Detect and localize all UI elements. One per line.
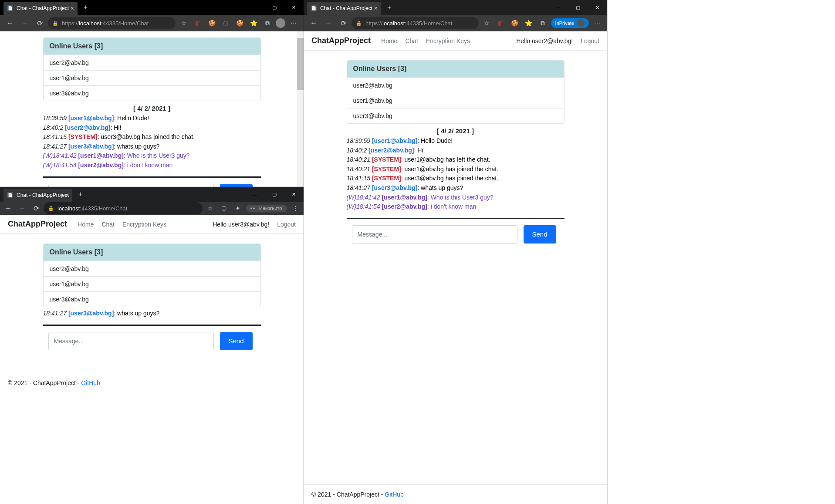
nav-encryption-keys[interactable]: Encryption Keys: [122, 221, 166, 228]
logout-link[interactable]: Logout: [277, 221, 296, 228]
refresh-button[interactable]: ⟳: [30, 202, 43, 215]
brand[interactable]: ChatAppProject: [8, 220, 67, 229]
collections-icon[interactable]: ⧉: [262, 17, 273, 29]
message-input[interactable]: [48, 184, 214, 187]
new-tab-button[interactable]: +: [80, 3, 91, 11]
more-icon[interactable]: ⋮: [290, 203, 301, 214]
message-list: 18:41:27 [user3@abv.bg]: whats up guys?: [43, 309, 261, 318]
maximize-button[interactable]: ▢: [264, 187, 284, 202]
nav-home[interactable]: Home: [78, 221, 94, 228]
toolbar-icons: ☆ ⬡ ✦ 👓 „Инкогнито“ ⋮: [203, 203, 302, 214]
extension-icon[interactable]: 🍪: [509, 17, 521, 29]
chat-message: (W)18:41:42 [user1@abv.bg]: Who is this …: [43, 151, 261, 161]
minimize-button[interactable]: —: [245, 0, 264, 15]
online-users-panel: Online Users [3] user2@abv.bg user1@abv.…: [43, 244, 261, 307]
chat-message: 18:41:15 [SYSTEM]: user3@abv.bg has join…: [347, 174, 565, 183]
favorites-icon[interactable]: ☆: [178, 17, 189, 29]
collections-icon[interactable]: ⧉: [537, 17, 548, 29]
brand[interactable]: ChatAppProject: [311, 36, 371, 45]
forward-button[interactable]: →: [16, 202, 29, 215]
nav-chat[interactable]: Chat: [101, 221, 115, 228]
favorites-bar-icon[interactable]: ⭐: [248, 17, 259, 29]
send-button[interactable]: Send: [220, 332, 253, 350]
maximize-button[interactable]: ▢: [568, 0, 588, 15]
send-button[interactable]: Send: [524, 225, 556, 244]
online-user-row[interactable]: user1@abv.bg: [44, 70, 260, 85]
url-scheme: https://: [365, 20, 382, 27]
extension-icon[interactable]: ⬡: [218, 203, 230, 214]
new-tab-button[interactable]: +: [75, 190, 86, 198]
compose-row: Send: [43, 184, 261, 187]
chat-message: 18:39:59 [user1@abv.bg]: Hello Dude!: [347, 136, 565, 146]
url-input[interactable]: 🔒 localhost:44335/Home/Chat: [44, 202, 203, 214]
logout-link[interactable]: Logout: [581, 37, 599, 44]
message-input[interactable]: [48, 332, 214, 350]
online-user-row[interactable]: user3@abv.bg: [44, 85, 260, 101]
browser-tab[interactable]: 📄 Chat - ChatAppProject ×: [307, 2, 381, 15]
toolbar-icons: ☆ ◧ 🍪 ⬡ 🍪 ⭐ ⧉ ⋯: [177, 17, 300, 29]
url-input[interactable]: 🔒 https://localhost:44335/Home/Chat: [48, 17, 176, 29]
close-window-button[interactable]: ✕: [284, 0, 304, 15]
minimize-button[interactable]: —: [245, 187, 264, 202]
online-user-row[interactable]: user1@abv.bg: [347, 93, 564, 108]
url-host: localhost: [382, 20, 405, 27]
more-icon[interactable]: ⋯: [288, 17, 299, 29]
back-button[interactable]: ←: [3, 17, 17, 30]
extension-icon[interactable]: 🍪: [206, 17, 217, 29]
close-tab-icon[interactable]: ×: [374, 5, 378, 12]
extension-icon[interactable]: ◧: [495, 17, 507, 29]
forward-button[interactable]: →: [18, 17, 31, 30]
divider: [43, 325, 261, 326]
page-footer: © 2021 - ChatAppProject - GitHub: [0, 373, 304, 392]
online-user-row[interactable]: user2@abv.bg: [44, 261, 260, 276]
divider: [347, 218, 565, 219]
profile-avatar[interactable]: [276, 18, 285, 28]
extension-icon[interactable]: ◧: [192, 17, 203, 29]
browser-tab[interactable]: 📄 Chat - ChatAppProject ×: [3, 2, 78, 15]
nav-chat[interactable]: Chat: [405, 37, 418, 44]
new-tab-button[interactable]: +: [384, 3, 395, 11]
send-button[interactable]: Send: [220, 184, 253, 187]
back-button[interactable]: ←: [2, 202, 15, 215]
extensions-icon[interactable]: ✦: [232, 203, 243, 214]
online-user-row[interactable]: user1@abv.bg: [44, 276, 260, 291]
refresh-button[interactable]: ⟳: [33, 17, 46, 30]
incognito-badge: 👓 „Инкогнито“: [246, 205, 287, 212]
nav-encryption-keys[interactable]: Encryption Keys: [426, 37, 470, 44]
maximize-button[interactable]: ▢: [264, 0, 284, 15]
favorites-bar-icon[interactable]: ⭐: [523, 17, 534, 29]
url-input[interactable]: 🔒 https://localhost:44335/Home/Chat: [352, 17, 479, 29]
more-icon[interactable]: ⋯: [592, 17, 603, 29]
url-path: :44335/Home/Chat: [405, 20, 452, 27]
favicon-icon: 📄: [311, 5, 317, 11]
message-input[interactable]: [352, 225, 517, 244]
hello-user: Hello user2@abv.bg!: [516, 37, 573, 44]
window-controls: — ▢ ✕: [548, 0, 607, 15]
page-content: Online Users [3] user2@abv.bg user1@abv.…: [0, 31, 304, 187]
date-separator: [ 4/ 2/ 2021 ]: [43, 105, 261, 112]
online-user-row[interactable]: user2@abv.bg: [347, 78, 564, 93]
refresh-button[interactable]: ⟳: [337, 17, 350, 30]
compose-row: Send: [43, 332, 261, 350]
close-window-button[interactable]: ✕: [284, 187, 304, 202]
extension-icon[interactable]: ⬡: [220, 17, 231, 29]
online-user-row[interactable]: user2@abv.bg: [44, 55, 260, 70]
nav-home[interactable]: Home: [381, 37, 397, 44]
extension-icon[interactable]: 🍪: [234, 17, 245, 29]
online-users-header: Online Users [3]: [44, 38, 260, 55]
back-button[interactable]: ←: [307, 17, 320, 30]
online-users-header: Online Users [3]: [347, 61, 564, 78]
github-link[interactable]: GitHub: [81, 379, 100, 386]
forward-button[interactable]: →: [322, 17, 335, 30]
favorites-icon[interactable]: ☆: [204, 203, 216, 214]
browser-tab[interactable]: 📄 Chat - ChatAppProject ×: [3, 189, 72, 202]
close-tab-icon[interactable]: ×: [71, 5, 74, 12]
online-user-row[interactable]: user3@abv.bg: [347, 108, 564, 123]
github-link[interactable]: GitHub: [385, 491, 404, 498]
minimize-button[interactable]: —: [548, 0, 568, 15]
close-tab-icon[interactable]: ×: [65, 192, 69, 199]
close-window-button[interactable]: ✕: [588, 0, 607, 15]
profile-avatar[interactable]: [577, 19, 585, 27]
online-user-row[interactable]: user3@abv.bg: [44, 291, 260, 307]
favorites-icon[interactable]: ☆: [481, 17, 493, 29]
